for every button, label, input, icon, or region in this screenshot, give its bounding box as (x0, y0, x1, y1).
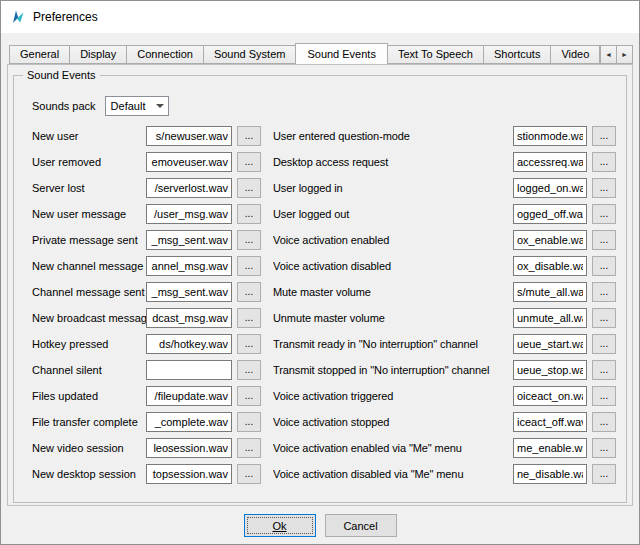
browse-button[interactable]: ... (592, 334, 616, 354)
tab-video[interactable]: Video (550, 45, 600, 64)
left-column: New user...User removed...Server lost...… (32, 126, 265, 490)
right-column: User entered question-mode...Desktop acc… (273, 126, 618, 490)
sound-file-input[interactable] (513, 438, 587, 458)
sound-file-input[interactable] (146, 230, 232, 250)
sound-file-input[interactable] (513, 464, 587, 484)
sound-file-input[interactable] (513, 204, 587, 224)
sound-event-row: User logged out... (273, 204, 618, 224)
tab-text-to-speech[interactable]: Text To Speech (387, 45, 484, 64)
sound-file-input[interactable] (146, 308, 232, 328)
cancel-button[interactable]: Cancel (325, 514, 397, 537)
tab-pane: Sound Events Sounds pack Default New use… (7, 64, 633, 506)
sound-event-row: Desktop access request... (273, 152, 618, 172)
sounds-pack-select[interactable]: Default (105, 96, 169, 116)
sound-file-input[interactable] (146, 282, 232, 302)
sound-file-input[interactable] (146, 360, 232, 380)
sound-file-input[interactable] (146, 386, 232, 406)
sound-file-input[interactable] (513, 386, 587, 406)
browse-button[interactable]: ... (237, 438, 261, 458)
sound-event-label: New desktop session (32, 468, 146, 480)
tab-sound-system[interactable]: Sound System (203, 45, 297, 64)
sound-event-row: Voice activation disabled... (273, 256, 618, 276)
browse-button[interactable]: ... (592, 126, 616, 146)
sound-file-input[interactable] (513, 178, 587, 198)
tab-sound-events[interactable]: Sound Events (295, 43, 388, 64)
sound-file-input[interactable] (146, 152, 232, 172)
sound-file-input[interactable] (513, 412, 587, 432)
browse-button[interactable]: ... (592, 438, 616, 458)
browse-button[interactable]: ... (592, 204, 616, 224)
sound-file-input[interactable] (513, 126, 587, 146)
browse-button[interactable]: ... (237, 334, 261, 354)
sound-event-row: Transmit stopped in "No interruption" ch… (273, 360, 618, 380)
sound-event-row: Private message sent... (32, 230, 265, 250)
tab-scroll-right-button[interactable]: ► (616, 45, 633, 64)
ok-button[interactable]: Ok (244, 514, 316, 537)
browse-button[interactable]: ... (592, 152, 616, 172)
tab-shortcuts[interactable]: Shortcuts (483, 45, 551, 64)
browse-button[interactable]: ... (592, 412, 616, 432)
sound-event-label: New video session (32, 442, 146, 454)
browse-button[interactable]: ... (592, 386, 616, 406)
sound-event-label: Hotkey pressed (32, 338, 146, 350)
sound-file-input[interactable] (146, 178, 232, 198)
browse-button[interactable]: ... (237, 464, 261, 484)
sound-event-row: Hotkey pressed... (32, 334, 265, 354)
sound-file-input[interactable] (513, 230, 587, 250)
browse-button[interactable]: ... (237, 204, 261, 224)
sound-event-row: Channel message sent... (32, 282, 265, 302)
sound-file-input[interactable] (146, 256, 232, 276)
sound-file-input[interactable] (513, 282, 587, 302)
tab-connection[interactable]: Connection (126, 45, 204, 64)
browse-button[interactable]: ... (237, 308, 261, 328)
sound-event-label: Voice activation disabled via "Me" menu (273, 468, 513, 480)
browse-button[interactable]: ... (237, 178, 261, 198)
browse-button[interactable]: ... (237, 360, 261, 380)
sounds-pack-row: Sounds pack Default (32, 96, 618, 116)
sound-file-input[interactable] (146, 412, 232, 432)
sound-file-input[interactable] (513, 152, 587, 172)
sound-event-row: New desktop session... (32, 464, 265, 484)
sound-event-label: Unmute master volume (273, 312, 513, 324)
sound-file-input[interactable] (146, 126, 232, 146)
sound-event-row: Voice activation disabled via "Me" menu.… (273, 464, 618, 484)
browse-button[interactable]: ... (237, 386, 261, 406)
browse-button[interactable]: ... (237, 282, 261, 302)
browse-button[interactable]: ... (592, 464, 616, 484)
sound-file-input[interactable] (146, 438, 232, 458)
sound-event-row: New video session... (32, 438, 265, 458)
browse-button[interactable]: ... (237, 412, 261, 432)
sound-event-label: Voice activation disabled (273, 260, 513, 272)
browse-button[interactable]: ... (592, 256, 616, 276)
sound-file-input[interactable] (513, 256, 587, 276)
title-bar[interactable]: Preferences (1, 1, 639, 33)
dialog-footer: Ok Cancel (1, 506, 639, 545)
sound-file-input[interactable] (146, 204, 232, 224)
sound-file-input[interactable] (146, 334, 232, 354)
sound-event-label: Channel silent (32, 364, 146, 376)
sound-file-input[interactable] (513, 360, 587, 380)
sound-file-input[interactable] (146, 464, 232, 484)
browse-button[interactable]: ... (237, 126, 261, 146)
sound-event-label: User logged out (273, 208, 513, 220)
tab-bar: GeneralDisplayConnectionSound SystemSoun… (7, 43, 633, 64)
tab-scroll-left-button[interactable]: ◄ (600, 45, 617, 64)
sound-event-label: New channel message (32, 260, 146, 272)
sound-file-input[interactable] (513, 334, 587, 354)
sound-event-label: Voice activation triggered (273, 390, 513, 402)
browse-button[interactable]: ... (237, 256, 261, 276)
browse-button[interactable]: ... (592, 230, 616, 250)
tab-scroll-buttons: ◄ ► (601, 45, 633, 64)
browse-button[interactable]: ... (592, 308, 616, 328)
browse-button[interactable]: ... (592, 178, 616, 198)
sound-file-input[interactable] (513, 308, 587, 328)
browse-button[interactable]: ... (237, 230, 261, 250)
browse-button[interactable]: ... (237, 152, 261, 172)
sound-event-row: Mute master volume... (273, 282, 618, 302)
tab-display[interactable]: Display (69, 45, 127, 64)
sound-event-label: Files updated (32, 390, 146, 402)
tab-general[interactable]: General (9, 45, 70, 64)
browse-button[interactable]: ... (592, 360, 616, 380)
browse-button[interactable]: ... (592, 282, 616, 302)
sound-event-row: Voice activation enabled via "Me" menu..… (273, 438, 618, 458)
